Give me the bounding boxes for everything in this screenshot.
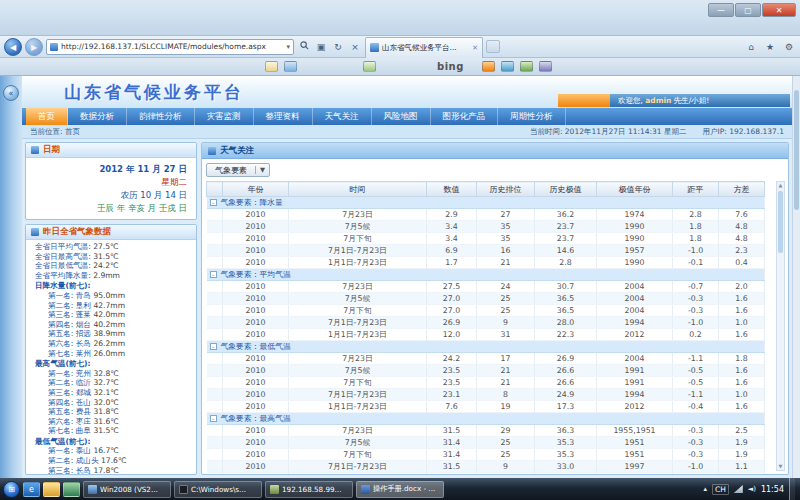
collapse-icon[interactable]: - [210, 199, 217, 206]
toolbar-app-icon-1[interactable] [482, 61, 495, 72]
explorer-quicklaunch-icon[interactable] [43, 482, 60, 497]
window-close-button[interactable]: ✕ [762, 3, 796, 17]
lunar-line: 农历 10 月 14 日 [35, 189, 187, 202]
nav-item-4[interactable]: 整理资料 [254, 108, 313, 125]
row-checkbox-cell [207, 389, 223, 401]
tray-expand-icon[interactable]: ▴ [703, 485, 707, 493]
search-icon[interactable] [297, 41, 311, 52]
start-button[interactable]: ⊞ [3, 481, 20, 498]
table-cell: 1951 [597, 437, 673, 449]
table-cell: 33.0 [535, 461, 597, 473]
refresh-icon[interactable]: ↻ [331, 42, 345, 52]
taskbar-button[interactable]: Win2008 (VS2... [83, 481, 171, 498]
nav-item-7[interactable]: 图形化产品 [431, 108, 499, 125]
table-cell: 1990 [597, 233, 673, 245]
rank-label: 第五名: [48, 329, 76, 338]
nav-item-2[interactable]: 韵律性分析 [127, 108, 195, 125]
table-cell: 1.6 [719, 329, 765, 341]
mail-icon[interactable] [265, 61, 278, 72]
print-icon[interactable] [363, 61, 376, 72]
address-url[interactable]: http://192.168.137.1/SLCCLIMATE/modules/… [61, 42, 283, 51]
table-section-row[interactable]: -气象要素：平均气温 [207, 269, 765, 281]
taskbar-clock[interactable]: 11:54 [761, 485, 784, 494]
chevron-down-icon[interactable]: ▼ [255, 166, 269, 174]
show-desktop-button[interactable] [789, 478, 795, 500]
page-scrollbar-thumb[interactable] [794, 90, 799, 210]
table-cell: 1月1日-7月23日 [289, 473, 427, 475]
table-row: 20101月1日-7月23日12.03122.320120.21.6 [207, 329, 765, 341]
window-maximize-button[interactable]: ▢ [735, 3, 761, 17]
tab-title: 山东省气候业务平台... [382, 43, 469, 53]
new-tab-button[interactable] [486, 40, 500, 53]
favorites-star-icon[interactable]: ★ [763, 42, 777, 52]
taskbar-button[interactable]: 操作手册.docx - ... [356, 481, 444, 498]
nav-item-5[interactable]: 天气关注 [313, 108, 372, 125]
table-cell: 22 [477, 473, 535, 475]
table-cell: -0.1 [673, 257, 719, 269]
toolbar-app-icon-2[interactable] [501, 61, 514, 72]
table-cell: 1955,1951 [597, 425, 673, 437]
media-quicklaunch-icon[interactable] [63, 482, 80, 497]
toolbar-app-icon-3[interactable] [520, 61, 533, 72]
address-dropdown-icon[interactable]: ▾ [286, 43, 290, 51]
network-icon[interactable] [734, 485, 743, 493]
bing-logo[interactable]: bing [437, 61, 464, 72]
weather-summary-value: 27.5℃ [93, 242, 118, 251]
weather-rank-item: 第六名: 长岛 26.2mm [35, 339, 193, 349]
ime-indicator[interactable]: CH [712, 484, 729, 495]
nav-item-6[interactable]: 风险地图 [372, 108, 431, 125]
weather-summary-item: 全省平均降水量: 2.9mm [35, 271, 193, 281]
row-checkbox-cell [207, 209, 223, 221]
table-cell: 7月1日-7月23日 [289, 317, 427, 329]
calendar-icon [31, 146, 39, 154]
table-row: 20107月下旬27.02536.52004-0.31.6 [207, 305, 765, 317]
browser-back-button[interactable]: ◀ [4, 38, 22, 56]
volume-icon[interactable]: ◄) [748, 485, 756, 493]
weather-rank-item: 第一名: 青岛 95.0mm [35, 291, 193, 301]
table-cell: 1991 [597, 365, 673, 377]
toolbar-app-icon-4[interactable] [539, 61, 552, 72]
table-cell: 23.7 [535, 233, 597, 245]
rank-value: 26.2mm [93, 339, 125, 348]
scroll-up-icon[interactable]: ▲ [777, 182, 784, 189]
page-scrollbar[interactable] [792, 76, 800, 478]
nav-item-0[interactable]: 首页 [26, 108, 68, 125]
weather-rank-item: 第三名: 郯城 32.1℃ [35, 388, 193, 398]
address-bar[interactable]: http://192.168.137.1/SLCCLIMATE/modules/… [46, 39, 294, 55]
collapse-icon[interactable]: - [210, 271, 217, 278]
table-section-row[interactable]: -气象要素：最高气温 [207, 413, 765, 425]
nav-item-3[interactable]: 灾害监测 [195, 108, 254, 125]
tools-gear-icon[interactable]: ⚙ [782, 42, 796, 52]
table-cell: 7月5候 [289, 293, 427, 305]
station-name: 莱州 [76, 349, 94, 358]
table-section-row[interactable]: -气象要素：最低气温 [207, 341, 765, 353]
window-minimize-button[interactable]: — [708, 3, 734, 17]
taskbar-button-icon [361, 485, 370, 494]
row-checkbox-cell [207, 281, 223, 293]
scroll-down-icon[interactable]: ▼ [777, 463, 784, 470]
taskbar-button[interactable]: 192.168.58.99... [265, 481, 353, 498]
collapse-icon[interactable]: - [210, 415, 217, 422]
messenger-icon[interactable] [284, 61, 297, 72]
nav-item-1[interactable]: 数据分析 [68, 108, 127, 125]
taskbar-button[interactable]: C:\Windows\s... [174, 481, 262, 498]
compatibility-icon[interactable]: ▣ [314, 42, 328, 52]
home-icon[interactable]: ⌂ [744, 42, 758, 52]
sidebar-collapse-button[interactable]: « [3, 85, 19, 101]
tab-close-icon[interactable]: ✕ [472, 44, 478, 52]
station-name: 烟台 [76, 320, 94, 329]
stop-icon[interactable]: × [348, 42, 362, 52]
table-scrollbar[interactable]: ▲ ▼ [776, 181, 785, 471]
table-section-row[interactable]: -气象要素：降水量 [207, 197, 765, 209]
table-cell: 7月23日 [289, 281, 427, 293]
collapse-icon[interactable]: - [210, 343, 217, 350]
browser-tab[interactable]: 山东省气候业务平台... ✕ [365, 37, 483, 58]
table-cell: 2.9 [427, 209, 477, 221]
table-cell: 7.6 [719, 209, 765, 221]
nav-item-8[interactable]: 周期性分析 [498, 108, 566, 125]
ie-quicklaunch-icon[interactable]: e [23, 482, 40, 497]
table-cell: 22.3 [535, 329, 597, 341]
element-filter-button[interactable]: 气象要素 ▼ [206, 163, 270, 177]
table-scrollbar-thumb[interactable] [778, 191, 783, 253]
browser-forward-button[interactable]: ▶ [25, 38, 43, 56]
